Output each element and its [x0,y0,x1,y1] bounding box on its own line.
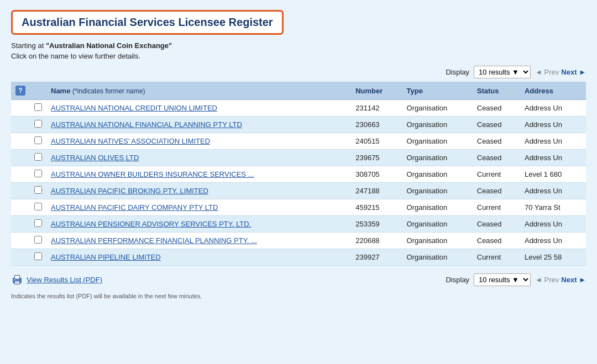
row-name-cell: AUSTRALIAN PENSIONER ADVISORY SERVICES P… [46,216,351,233]
row-checkbox[interactable] [34,219,42,227]
col-check [30,82,46,100]
row-checkbox[interactable] [34,103,42,111]
row-number-cell: 253359 [351,216,402,233]
row-checkbox[interactable] [34,203,42,210]
row-address-cell: Address Un [520,150,586,166]
row-number-cell: 239927 [351,249,402,266]
row-check-cell [30,150,46,166]
row-status-cell: Ceased [473,133,520,150]
row-type-cell: Organisation [402,216,473,233]
row-name-cell: AUSTRALIAN PERFORMANCE FINANCIAL PLANNIN… [46,233,351,249]
bottom-next-link[interactable]: Next [561,276,586,284]
row-check-cell [30,233,46,249]
row-number-cell: 308705 [351,166,402,183]
row-name-cell: AUSTRALIAN NATIVES' ASSOCIATION LIMITED [46,133,351,150]
row-type-cell: Organisation [402,249,473,266]
row-checkbox[interactable] [34,136,42,144]
row-type-cell: Organisation [402,100,473,117]
row-name-link[interactable]: AUSTRALIAN PACIFIC BROKING PTY. LIMITED [51,187,208,195]
bottom-display-label: Display [446,276,469,284]
row-address-cell: Address Un [520,216,586,233]
help-icon[interactable]: ? [15,86,25,96]
row-type-cell: Organisation [402,133,473,150]
svg-rect-1 [14,275,19,278]
pdf-link-label: View Results List (PDF) [27,276,102,284]
page-title: Australian Financial Services Licensee R… [22,16,273,29]
table-row: AUSTRALIAN NATIONAL FINANCIAL PLANNING P… [11,117,586,133]
col-type-header: Type [402,82,473,100]
row-checkbox[interactable] [34,186,42,194]
row-address-cell: 70 Yarra St [520,199,586,216]
row-name-link[interactable]: AUSTRALIAN PIPELINE LIMITED [51,253,161,261]
row-name-cell: AUSTRALIAN NATIONAL FINANCIAL PLANNING P… [46,117,351,133]
row-status-cell: Ceased [473,216,520,233]
row-name-link[interactable]: AUSTRALIAN PENSIONER ADVISORY SERVICES P… [51,220,251,228]
row-number-cell: 239675 [351,150,402,166]
col-status-header: Status [473,82,520,100]
bottom-right-controls: Display 10 results ▼ 25 results 50 resul… [446,273,586,286]
row-address-cell: Address Un [520,233,586,249]
svg-point-5 [14,279,15,280]
row-checkbox[interactable] [34,252,42,260]
row-name-link[interactable]: AUSTRALIAN NATIONAL FINANCIAL PLANNING P… [51,120,242,129]
row-name-cell: AUSTRALIAN OWNER BUILDERS INSURANCE SERV… [46,166,351,183]
row-status-cell: Ceased [473,233,520,249]
row-name-link[interactable]: AUSTRALIAN PERFORMANCE FINANCIAL PLANNIN… [51,236,257,245]
row-name-link[interactable]: AUSTRALIAN PACIFIC DAIRY COMPANY PTY LTD [51,203,218,212]
row-checkbox[interactable] [34,120,42,128]
page-wrapper: Australian Financial Services Licensee R… [0,0,597,364]
col-address-header: Address [520,82,586,100]
row-name-link[interactable]: AUSTRALIAN OWNER BUILDERS INSURANCE SERV… [51,170,254,178]
svg-rect-3 [15,282,19,282]
footer-note: Indicates the results list (PDF) will be… [11,293,586,299]
row-type-cell: Organisation [402,166,473,183]
row-number-cell: 230663 [351,117,402,133]
row-type-cell: Organisation [402,150,473,166]
bottom-results-select[interactable]: 10 results ▼ 25 results 50 results [474,273,531,286]
row-help-cell [11,233,30,249]
row-status-cell: Current [473,249,520,266]
row-help-cell [11,117,30,133]
col-name-header: Name (*indicates former name) [46,82,351,100]
bottom-prev-link[interactable]: Prev [535,276,559,284]
col-help: ? [11,82,30,100]
top-nav: Prev Next [535,68,586,76]
row-address-cell: Address Un [520,117,586,133]
row-check-cell [30,249,46,266]
results-select[interactable]: 10 results ▼ 25 results 50 results [474,66,531,78]
row-name-link[interactable]: AUSTRALIAN NATIONAL CREDIT UNION LIMITED [51,104,217,112]
row-number-cell: 459215 [351,199,402,216]
row-help-cell [11,133,30,150]
row-address-cell: Address Un [520,133,586,150]
row-status-cell: Current [473,166,520,183]
table-row: AUSTRALIAN OWNER BUILDERS INSURANCE SERV… [11,166,586,183]
table-row: AUSTRALIAN PACIFIC BROKING PTY. LIMITED2… [11,183,586,199]
row-type-cell: Organisation [402,233,473,249]
table-row: AUSTRALIAN NATIONAL CREDIT UNION LIMITED… [11,100,586,117]
top-prev-link[interactable]: Prev [535,68,559,76]
row-name-cell: AUSTRALIAN PIPELINE LIMITED [46,249,351,266]
row-address-cell: Level 1 680 [520,166,586,183]
bottom-nav: Prev Next [535,276,586,284]
row-checkbox[interactable] [34,153,42,161]
pdf-link[interactable]: View Results List (PDF) [11,274,102,286]
row-checkbox[interactable] [34,170,42,177]
row-help-cell [11,216,30,233]
row-help-cell [11,100,30,117]
row-checkbox[interactable] [34,236,42,244]
bottom-bar: View Results List (PDF) Display 10 resul… [11,271,586,288]
row-status-cell: Ceased [473,150,520,166]
printer-icon [11,274,23,286]
table-row: AUSTRALIAN NATIVES' ASSOCIATION LIMITED2… [11,133,586,150]
row-check-cell [30,117,46,133]
row-help-cell [11,249,30,266]
row-status-cell: Ceased [473,183,520,199]
row-check-cell [30,133,46,150]
row-name-link[interactable]: AUSTRALIAN NATIVES' ASSOCIATION LIMITED [51,137,210,145]
row-number-cell: 231142 [351,100,402,117]
col-number-header: Number [351,82,402,100]
top-next-link[interactable]: Next [561,68,586,76]
row-status-cell: Current [473,199,520,216]
row-name-link[interactable]: AUSTRALIAN OLIVES LTD [51,154,139,162]
row-number-cell: 240515 [351,133,402,150]
